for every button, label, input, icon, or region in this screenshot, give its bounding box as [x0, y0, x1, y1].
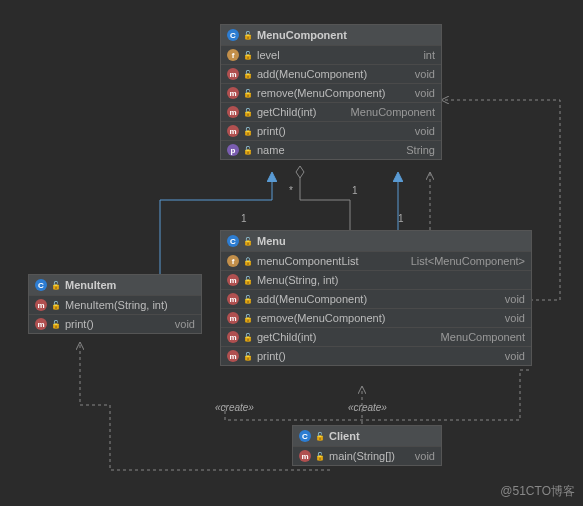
member-list: m🔓MenuItem(String, int)m🔓print()void — [29, 295, 201, 333]
class-icon: C — [227, 29, 239, 41]
member-row[interactable]: f🔒menuComponentListList<MenuComponent> — [221, 251, 531, 270]
unlock-icon: 🔓 — [243, 146, 253, 155]
class-header: C 🔓 Client — [293, 426, 441, 446]
unlock-icon: 🔓 — [243, 127, 253, 136]
unlock-icon: 🔓 — [51, 320, 61, 329]
member-row[interactable]: m🔓getChild(int)MenuComponent — [221, 102, 441, 121]
class-icon: C — [299, 430, 311, 442]
unlock-icon: 🔓 — [243, 70, 253, 79]
member-name: add(MenuComponent) — [257, 293, 367, 305]
unlock-icon: 🔓 — [243, 51, 253, 60]
member-row[interactable]: m🔓add(MenuComponent)void — [221, 289, 531, 308]
unlock-icon: 🔓 — [243, 89, 253, 98]
unlock-icon: 🔓 — [243, 108, 253, 117]
method-icon: m — [35, 299, 47, 311]
lock-icon: 🔓 — [243, 237, 253, 246]
member-list: f🔓levelintm🔓add(MenuComponent)voidm🔓remo… — [221, 45, 441, 159]
member-row[interactable]: p🔓nameString — [221, 140, 441, 159]
multiplicity-star: * — [289, 185, 293, 196]
member-row[interactable]: m🔓print()void — [221, 121, 441, 140]
field-icon: f — [227, 49, 239, 61]
method-icon: m — [227, 312, 239, 324]
lock-icon: 🔓 — [51, 281, 61, 290]
multiplicity-1c: 1 — [398, 213, 404, 224]
multiplicity-1b: 1 — [352, 185, 358, 196]
unlock-icon: 🔓 — [243, 314, 253, 323]
class-menu-component[interactable]: C 🔓 MenuComponent f🔓levelintm🔓add(MenuCo… — [220, 24, 442, 160]
member-name: MenuItem(String, int) — [65, 299, 168, 311]
lock-icon: 🔓 — [243, 31, 253, 40]
method-icon: m — [227, 87, 239, 99]
method-icon: m — [227, 125, 239, 137]
unlock-icon: 🔓 — [243, 333, 253, 342]
member-row[interactable]: m🔓print()void — [29, 314, 201, 333]
unlock-icon: 🔓 — [243, 352, 253, 361]
class-name: Client — [329, 430, 360, 442]
field-icon: f — [227, 255, 239, 267]
class-icon: C — [227, 235, 239, 247]
member-row[interactable]: m🔓main(String[])void — [293, 446, 441, 465]
member-row[interactable]: m🔓MenuItem(String, int) — [29, 295, 201, 314]
method-icon: m — [227, 106, 239, 118]
member-name: print() — [65, 318, 94, 330]
member-name: getChild(int) — [257, 106, 316, 118]
class-name: MenuComponent — [257, 29, 347, 41]
method-icon: m — [299, 450, 311, 462]
method-icon: m — [227, 274, 239, 286]
member-type: void — [505, 350, 525, 362]
member-name: print() — [257, 125, 286, 137]
watermark: @51CTO博客 — [500, 483, 575, 500]
method-icon: m — [227, 331, 239, 343]
method-icon: m — [227, 293, 239, 305]
class-menu[interactable]: C 🔓 Menu f🔒menuComponentListList<MenuCom… — [220, 230, 532, 366]
member-row[interactable]: m🔓getChild(int)MenuComponent — [221, 327, 531, 346]
member-name: main(String[]) — [329, 450, 395, 462]
class-name: MenuItem — [65, 279, 116, 291]
member-type: void — [415, 125, 435, 137]
property-icon: p — [227, 144, 239, 156]
member-name: Menu(String, int) — [257, 274, 338, 286]
member-row[interactable]: m🔓add(MenuComponent)void — [221, 64, 441, 83]
unlock-icon: 🔓 — [243, 295, 253, 304]
method-icon: m — [227, 68, 239, 80]
lock-icon: 🔓 — [315, 432, 325, 441]
member-name: remove(MenuComponent) — [257, 87, 385, 99]
class-name: Menu — [257, 235, 286, 247]
method-icon: m — [35, 318, 47, 330]
unlock-icon: 🔓 — [315, 452, 325, 461]
class-header: C 🔓 MenuItem — [29, 275, 201, 295]
create-label-1: «create» — [215, 402, 254, 413]
member-name: name — [257, 144, 285, 156]
member-row[interactable]: m🔓remove(MenuComponent)void — [221, 308, 531, 327]
member-name: level — [257, 49, 280, 61]
class-client[interactable]: C 🔓 Client m🔓main(String[])void — [292, 425, 442, 466]
member-type: int — [423, 49, 435, 61]
class-icon: C — [35, 279, 47, 291]
class-header: C 🔓 Menu — [221, 231, 531, 251]
member-name: getChild(int) — [257, 331, 316, 343]
member-type: void — [415, 87, 435, 99]
member-type: void — [415, 450, 435, 462]
class-menu-item[interactable]: C 🔓 MenuItem m🔓MenuItem(String, int)m🔓pr… — [28, 274, 202, 334]
member-type: void — [505, 312, 525, 324]
member-row[interactable]: f🔓levelint — [221, 45, 441, 64]
member-name: menuComponentList — [257, 255, 359, 267]
member-name: add(MenuComponent) — [257, 68, 367, 80]
member-name: print() — [257, 350, 286, 362]
unlock-icon: 🔓 — [243, 276, 253, 285]
member-row[interactable]: m🔓Menu(String, int) — [221, 270, 531, 289]
unlock-icon: 🔓 — [51, 301, 61, 310]
member-row[interactable]: m🔓print()void — [221, 346, 531, 365]
member-list: m🔓main(String[])void — [293, 446, 441, 465]
member-type: void — [415, 68, 435, 80]
lock-icon: 🔒 — [243, 257, 253, 266]
create-label-2: «create» — [348, 402, 387, 413]
member-name: remove(MenuComponent) — [257, 312, 385, 324]
member-type: String — [406, 144, 435, 156]
member-type: void — [505, 293, 525, 305]
member-type: List<MenuComponent> — [411, 255, 525, 267]
member-list: f🔒menuComponentListList<MenuComponent>m🔓… — [221, 251, 531, 365]
method-icon: m — [227, 350, 239, 362]
class-header: C 🔓 MenuComponent — [221, 25, 441, 45]
member-row[interactable]: m🔓remove(MenuComponent)void — [221, 83, 441, 102]
